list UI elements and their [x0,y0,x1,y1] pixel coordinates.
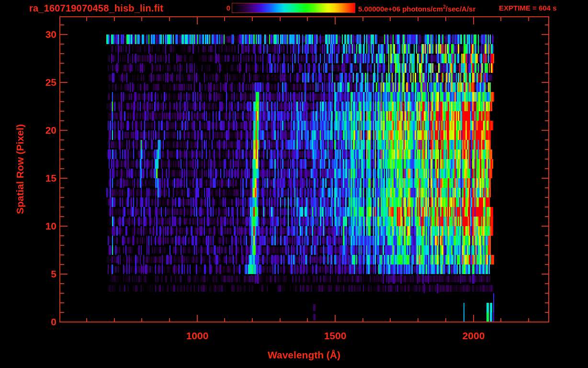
axis-line [224,17,225,21]
axis-line [445,318,446,322]
axis-line [169,318,170,322]
axis-line [60,293,64,294]
axis-line [60,111,64,112]
axis-line [545,72,549,73]
axis-line [542,130,549,131]
axis-line [60,53,64,54]
axis-line [141,318,142,322]
axis-line [280,318,281,322]
axis-line [500,17,501,21]
axis-line [545,101,549,102]
axis-line [60,159,64,160]
axis-line [60,92,64,92]
axis-line [60,216,64,217]
axis-line [545,264,549,265]
axis-line [60,302,64,303]
axis-line [548,16,549,322]
axis-line [335,315,336,322]
axis-line [59,322,549,322]
axis-line [60,235,64,236]
axis-line [60,254,64,255]
axis-line [390,17,391,21]
axis-line [141,17,142,21]
axis-line [545,149,549,150]
filename-title: ra_160719070458_hisb_lin.fit [29,3,163,13]
axis-line [60,264,64,265]
y-tick-label: 10 [28,220,57,231]
y-tick-label: 30 [28,29,57,40]
spectrum-heatmap-canvas [0,0,588,368]
axis-line [545,44,549,45]
axis-line [197,315,198,322]
axis-line [60,226,68,227]
colorbar-min-label: 0 [211,4,230,12]
axis-line [252,318,253,322]
axis-line [335,17,336,24]
axis-line [224,318,225,322]
x-tick-label: 1500 [311,330,359,341]
axis-line [545,235,549,236]
spectral-image-viewer: ra_160719070458_hisb_lin.fit 0 5.00000e+… [0,0,588,368]
axis-line [545,312,549,313]
axis-line [545,245,549,246]
axis-line [60,283,64,284]
axis-line [60,72,64,73]
axis-line [473,17,474,24]
axis-line [545,187,549,188]
axis-line [545,139,549,140]
colorbar-max-prefix: 5.00000e+06 photons/cm [358,5,443,13]
axis-line [60,245,64,246]
axis-line [86,17,87,21]
colorbar-gradient [232,3,355,13]
axis-line [60,101,64,102]
axis-line [114,318,115,322]
axis-line [60,24,64,25]
axis-line [545,92,549,92]
axis-line [542,226,549,227]
axis-line [60,178,68,179]
axis-line [60,274,68,275]
axis-line [60,120,64,121]
exptime-label: EXPTIME = 604 s [499,4,556,12]
x-tick-label: 1000 [173,330,221,341]
axis-line [390,318,391,322]
axis-line [60,63,64,64]
axis-line [542,82,549,83]
axis-line [307,318,308,322]
axis-line [307,17,308,21]
axis-line [545,120,549,121]
axis-line [542,34,549,35]
axis-line [60,322,68,322]
axis-line [545,111,549,112]
axis-line [545,302,549,303]
axis-line [545,283,549,284]
axis-line [545,63,549,64]
axis-line [545,216,549,217]
axis-line [59,16,549,17]
axis-line [362,318,363,322]
axis-line [542,274,549,275]
axis-line [545,207,549,207]
axis-line [60,44,64,45]
axis-line [60,207,64,207]
axis-line [197,17,198,24]
axis-line [86,318,87,322]
axis-line [545,293,549,294]
y-tick-label: 20 [28,125,57,136]
axis-line [545,53,549,54]
axis-line [169,17,170,21]
axis-line [545,168,549,169]
axis-line [60,312,64,313]
axis-line [542,178,549,179]
axis-line [60,82,68,83]
axis-line [545,254,549,255]
axis-line [545,159,549,160]
axis-line [114,17,115,21]
axis-line [280,17,281,21]
y-axis-title: Spatial Row (Pixel) [14,124,25,214]
colorbar-max-suffix: /sec/A/sr [446,5,476,13]
axis-line [252,17,253,21]
axis-line [500,318,501,322]
axis-line [418,17,418,21]
y-tick-label: 25 [28,77,57,88]
